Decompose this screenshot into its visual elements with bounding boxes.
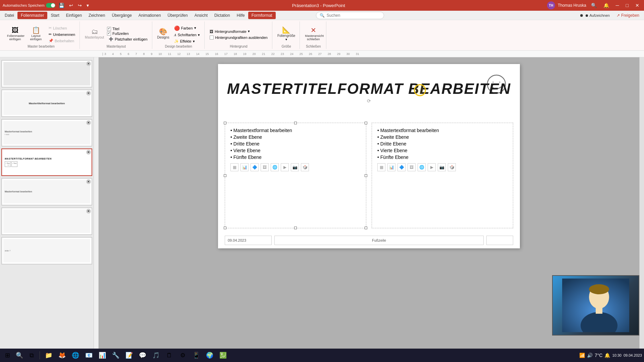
slide-thumb-7[interactable]: slide 7 bbox=[1, 237, 92, 264]
loeschen-button[interactable]: ✂ Löschen bbox=[47, 25, 77, 31]
more-icon[interactable]: ▾ bbox=[85, 2, 90, 9]
masterlayout-button[interactable]: 🗂 Masterlayout bbox=[83, 27, 106, 40]
taskbar-app-8[interactable]: 💬 bbox=[137, 349, 149, 361]
right-content-box[interactable]: Mastertextformat bearbeiten Zweite Ebene… bbox=[372, 123, 513, 228]
handle-bl-left[interactable] bbox=[224, 227, 226, 229]
menu-hilfe[interactable]: Hilfe bbox=[233, 12, 248, 19]
maximize-button[interactable]: □ bbox=[624, 2, 631, 9]
taskbar-app-10[interactable]: 🗒 bbox=[163, 349, 175, 361]
autosave-switch[interactable] bbox=[46, 3, 55, 8]
handle-br-left[interactable] bbox=[365, 227, 367, 229]
taskbar-app-11[interactable]: ⚙ bbox=[177, 349, 189, 361]
footer-footer-box[interactable]: Fußzeile bbox=[274, 236, 484, 245]
menu-uebergaenge[interactable]: Übergänge bbox=[108, 12, 135, 19]
task-view-button[interactable]: ⧉ bbox=[26, 350, 37, 361]
beibehalten-button[interactable]: 📌 Beibehalten bbox=[47, 38, 77, 44]
menu-ansicht[interactable]: Ansicht bbox=[191, 12, 211, 19]
umbenennen-button[interactable]: ✏ Umbenennen bbox=[47, 32, 77, 37]
search-taskbar-button[interactable]: 🔍 bbox=[14, 350, 25, 361]
volume-icon[interactable]: 🔊 bbox=[587, 353, 593, 358]
slide-close-6[interactable]: ✕ bbox=[86, 209, 91, 214]
foliengroesse-button[interactable]: 📐 Foliengröße ▾ bbox=[276, 25, 297, 42]
slide-thumb-2[interactable]: ✕ Mastertitelformat bearbeiten bbox=[1, 89, 92, 117]
taskbar-powerpoint[interactable]: 📊 bbox=[96, 349, 108, 361]
handle-tr-left[interactable] bbox=[365, 122, 367, 124]
slide-thumb-5[interactable]: ✕ Masterformat bearbeiten bbox=[1, 178, 92, 205]
notifications-icon[interactable]: 🔔 bbox=[604, 353, 610, 358]
slide-title-box[interactable]: MASTERTITELFORMAT BEARBEITEN ⟳ bbox=[225, 81, 513, 97]
undo-icon[interactable]: ↩ bbox=[68, 2, 74, 9]
slide-close-3[interactable]: ✕ bbox=[86, 120, 91, 125]
taskbar-app-9[interactable]: 🎵 bbox=[150, 349, 162, 361]
save-icon[interactable]: 💾 bbox=[57, 2, 66, 9]
left-content-box[interactable]: Mastertextformat bearbeiten Zweite Ebene… bbox=[225, 123, 366, 228]
slide-thumb-6[interactable]: ✕ bbox=[1, 207, 92, 235]
menu-ueberpruefen[interactable]: Überprüfen bbox=[164, 12, 191, 19]
masteransicht-schliessen-button[interactable]: ✕ Masteransicht schließen bbox=[303, 26, 323, 42]
ribbon-search-icon[interactable]: 🔍 bbox=[589, 2, 599, 9]
hintergrundgrafiken-button[interactable]: Hintergrundgrafiken ausblenden bbox=[208, 35, 269, 40]
taskbar-app-6[interactable]: 🔧 bbox=[110, 349, 122, 361]
handle-bm-left[interactable] bbox=[294, 227, 297, 229]
taskbar-app-14[interactable]: 💹 bbox=[217, 349, 229, 361]
handle-ml-left[interactable] bbox=[224, 174, 226, 177]
canvas-area[interactable]: MASTERTITELFORMAT BEARBEITEN ⟳ bbox=[99, 57, 639, 352]
taskbar-chrome[interactable]: 🌐 bbox=[69, 349, 82, 361]
taskbar-app-13[interactable]: 🌍 bbox=[204, 349, 216, 361]
handle-mr-left[interactable] bbox=[365, 174, 367, 177]
redo-icon[interactable]: ↪ bbox=[76, 2, 83, 9]
footer-page-box[interactable] bbox=[486, 236, 513, 245]
folienmaster-einfuegen-button[interactable]: 🖼 Folienmaster einfügen bbox=[5, 26, 25, 42]
record-icon: ⏺ bbox=[580, 13, 584, 18]
vertical-scrollbar[interactable] bbox=[639, 57, 644, 352]
menu-animationen[interactable]: Animationen bbox=[135, 12, 164, 19]
slide-close-2[interactable]: ✕ bbox=[86, 91, 91, 96]
taskbar-app-7[interactable]: 📝 bbox=[123, 349, 135, 361]
menu-start[interactable]: Start bbox=[47, 12, 62, 19]
bell-icon[interactable]: 🔔 bbox=[601, 2, 611, 9]
slide-thumb-4[interactable]: ✕ MASTERTITELFORMAT BEARBEITEN • Text • … bbox=[1, 148, 92, 176]
autosave-toggle[interactable]: Automatisches Speichern bbox=[3, 3, 55, 8]
platzhalter-einfuegen-button[interactable]: ➕ Platzhalter einfügen bbox=[107, 36, 149, 42]
menu-folienmaster[interactable]: Folienmaster bbox=[17, 12, 47, 19]
close-button[interactable]: ✕ bbox=[633, 2, 641, 9]
slide-close-5[interactable]: ✕ bbox=[86, 179, 91, 184]
taskbar-app-12[interactable]: 📱 bbox=[190, 349, 202, 361]
slide-close-4[interactable]: ✕ bbox=[86, 150, 91, 155]
wifi-icon[interactable]: 📶 bbox=[579, 353, 585, 358]
handle-tl-left[interactable] bbox=[224, 122, 226, 124]
search-input[interactable] bbox=[327, 13, 380, 18]
handle-tm-left[interactable] bbox=[294, 122, 297, 124]
menu-dictation[interactable]: Dictation bbox=[211, 12, 233, 19]
designs-icon: 🎨 bbox=[159, 28, 167, 35]
minimize-button[interactable]: ─ bbox=[614, 2, 621, 9]
slide-close-1[interactable]: ✕ bbox=[86, 61, 91, 66]
right-content-icons: ▦ 📊 🔷 🖼 🌐 ▶ 📷 🎲 bbox=[377, 163, 507, 171]
share-button[interactable]: ↗ Freigeben bbox=[613, 12, 643, 19]
taskbar-explorer[interactable]: 📁 bbox=[43, 349, 55, 361]
menu-datei[interactable]: Datei bbox=[1, 12, 17, 19]
menu-einfuegen[interactable]: Einfügen bbox=[63, 12, 85, 19]
clock: 10:30 bbox=[612, 353, 622, 357]
titel-checkbox[interactable]: Titel bbox=[107, 27, 149, 31]
search-bar[interactable]: 🔍 bbox=[316, 12, 384, 19]
farben-button[interactable]: 🔴 Farben ▾ bbox=[172, 25, 202, 32]
slide-thumb-1[interactable]: ✕ bbox=[1, 60, 92, 87]
layout-einfuegen-button[interactable]: 📋 Layout einfügen bbox=[26, 26, 46, 42]
taskbar-firefox[interactable]: 🦊 bbox=[56, 349, 68, 361]
rotation-handle[interactable]: ⟳ bbox=[367, 98, 371, 104]
footer-date-box[interactable]: 09.04.2023 bbox=[225, 236, 272, 245]
effekte-button[interactable]: ✨ Effekte ▾ bbox=[172, 39, 202, 44]
windows-start-button[interactable]: ⊞ bbox=[2, 350, 13, 361]
taskbar-outlook[interactable]: 📧 bbox=[83, 349, 95, 361]
menu-zeichnen[interactable]: Zeichnen bbox=[85, 12, 108, 19]
fusszeilen-checkbox[interactable]: Fußzeilen bbox=[107, 32, 149, 36]
user-avatar[interactable]: TH bbox=[547, 1, 555, 9]
menu-formformat[interactable]: Formformat bbox=[248, 12, 276, 19]
schriftarten-button[interactable]: 𝐴 Schriftarten ▾ bbox=[172, 32, 202, 38]
hintergrundformate-button[interactable]: 🖼 Hintergrundformate ▾ bbox=[208, 28, 269, 34]
record-button[interactable]: ⏺ ⏺ Aufzeichnen bbox=[576, 12, 613, 19]
slide-thumb-3[interactable]: ✕ Masterformat bearbeiten • text bbox=[1, 119, 92, 146]
designs-button[interactable]: 🎨 Designs bbox=[156, 27, 171, 40]
slide-canvas[interactable]: MASTERTITELFORMAT BEARBEITEN ⟳ bbox=[218, 64, 520, 248]
